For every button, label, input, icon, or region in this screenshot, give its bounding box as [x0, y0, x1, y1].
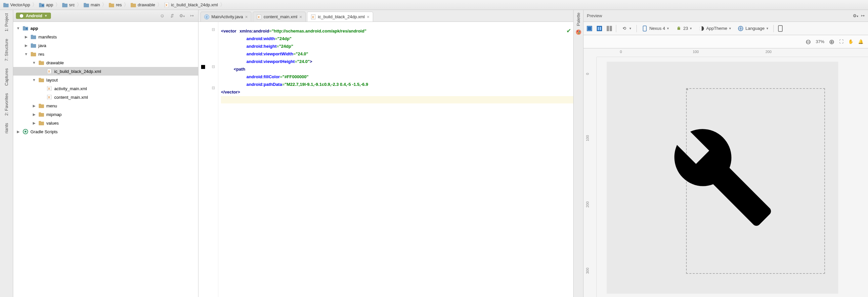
breadcrumb-item-res[interactable]: res [107, 2, 123, 7]
hide-panel-icon[interactable]: ↦ [861, 13, 865, 18]
tree-node-java[interactable]: ▶java [13, 41, 198, 50]
tree-node-manifests[interactable]: ▶manifests [13, 32, 198, 41]
pan-icon[interactable]: ✋ [848, 39, 854, 44]
tree-node-gradle[interactable]: ▶Gradle Scripts [13, 127, 198, 136]
tree-node-app[interactable]: ▼app [13, 24, 198, 32]
tool-structure[interactable]: 7: Structure [4, 37, 9, 62]
fold-handle-icon[interactable]: ⊟ [212, 27, 215, 32]
svg-rect-41 [39, 121, 41, 122]
breadcrumb-item-vectorapp[interactable]: VectorApp [2, 2, 31, 7]
scroll-from-source-icon[interactable]: ⊙ [158, 13, 166, 18]
device-frame-icon[interactable] [777, 25, 784, 32]
tool-captures[interactable]: Captures [4, 67, 9, 87]
theme-label: AppTheme [706, 26, 727, 31]
expand-arrow-icon[interactable]: ▶ [24, 35, 28, 39]
settings-gear-icon[interactable]: ⚙▾ [178, 13, 186, 18]
folder-icon [62, 3, 67, 7]
xml-file-icon: x [311, 14, 316, 20]
tree-node-res[interactable]: ▼res [13, 50, 198, 58]
svg-text:x: x [48, 86, 50, 91]
layout-both-icon[interactable] [606, 25, 613, 32]
svg-rect-19 [26, 28, 27, 29]
theme-selector[interactable]: AppTheme▼ [697, 25, 733, 32]
tree-node-mipmap[interactable]: ▶mipmap [13, 110, 198, 119]
collapse-all-icon[interactable]: ⇵ [168, 13, 176, 18]
expand-arrow-icon[interactable]: ▶ [16, 130, 21, 134]
zoom-fit-icon[interactable]: ⛶ [839, 39, 843, 44]
code-token: android:viewportWidth [246, 51, 293, 56]
svg-text:x: x [48, 95, 50, 100]
device-selector[interactable]: Nexus 4▼ [640, 25, 671, 32]
breadcrumb-item-app[interactable]: app [38, 2, 55, 7]
palette-tab[interactable]: Palette [576, 12, 581, 26]
svg-rect-10 [109, 3, 111, 4]
tree-node-activity-main[interactable]: ▶xactivity_main.xml [13, 84, 198, 93]
zoom-value: 37% [816, 39, 824, 44]
tree-node-values[interactable]: ▶values [13, 119, 198, 127]
expand-arrow-icon[interactable]: ▶ [32, 112, 36, 117]
fold-handle-icon[interactable]: ⊟ [212, 85, 215, 90]
svg-text:x: x [48, 69, 50, 74]
breadcrumb-item-file[interactable]: xic_build_black_24dp.xml [163, 2, 219, 7]
tool-project[interactable]: 1: Project [4, 12, 9, 33]
tab-content-main[interactable]: xcontent_main.xml× [253, 11, 306, 22]
tab-ic-build[interactable]: xic_build_black_24dp.xml× [307, 11, 373, 22]
breakpoint-icon[interactable] [201, 65, 205, 69]
close-icon[interactable]: × [299, 14, 302, 20]
chevron-right-icon: 〉 [76, 2, 82, 8]
tab-main-activity[interactable]: cMainActivity.java× [200, 11, 251, 22]
svg-point-51 [577, 30, 578, 32]
editor-body: ⊟ ⊟ ⊟ ✔<vector xmlns:android="http://sch… [198, 22, 573, 297]
breadcrumb-item-drawable[interactable]: drawable [129, 2, 156, 7]
notifications-icon[interactable]: 🔔 [858, 39, 863, 44]
layout-blueprint-icon[interactable] [586, 25, 593, 32]
expand-arrow-icon[interactable]: ▼ [32, 61, 36, 65]
chevron-down-icon: ▼ [44, 14, 48, 18]
expand-arrow-icon[interactable]: ▼ [24, 52, 28, 56]
tool-build-variants[interactable]: riants [4, 122, 9, 135]
fold-handle-icon[interactable]: ⊟ [212, 64, 215, 69]
code-token: "24.0" [298, 59, 310, 64]
svg-rect-27 [39, 61, 41, 62]
close-icon[interactable]: × [245, 14, 248, 20]
res-folder-icon [38, 60, 44, 65]
svg-rect-3 [39, 3, 41, 4]
layout-design-icon[interactable] [596, 25, 603, 32]
orientation-button[interactable]: ⟲▼ [620, 25, 633, 32]
java-file-icon: c [204, 14, 209, 20]
svg-rect-4 [42, 5, 44, 6]
breadcrumb-item-main[interactable]: main [82, 2, 101, 7]
device-label: Nexus 4 [649, 26, 665, 31]
tree-node-drawable[interactable]: ▼drawable [13, 58, 198, 67]
expand-arrow-icon[interactable]: ▶ [24, 44, 28, 48]
code-token: "M22.7,19l-9.1,-9.1c0.9,-2.3 0.4,-5 -1.5… [284, 82, 368, 87]
language-label: Language [745, 26, 765, 31]
code-editor[interactable]: ✔<vector xmlns:android="http://schemas.a… [218, 22, 573, 297]
expand-arrow-icon[interactable]: ▶ [32, 104, 36, 108]
project-view-selector[interactable]: Android ▼ [16, 12, 51, 19]
settings-gear-icon[interactable]: ⚙▾ [853, 13, 859, 18]
preview-canvas[interactable]: 0 100 200 0 100 200 300 [584, 48, 868, 297]
code-token: > [310, 59, 312, 64]
zoom-out-icon[interactable]: ⊖ [805, 38, 811, 46]
res-folder-icon [38, 103, 44, 108]
tree-node-ic-build[interactable]: ▶xic_build_black_24dp.xml [13, 67, 198, 76]
language-selector[interactable]: Language▼ [736, 25, 770, 32]
palette-strip: Palette [574, 10, 584, 297]
project-tree[interactable]: ▼app ▶manifests ▶java ▼res ▼drawable ▶xi… [13, 22, 198, 297]
tree-node-content-main[interactable]: ▶xcontent_main.xml [13, 93, 198, 102]
expand-arrow-icon[interactable]: ▶ [32, 121, 36, 125]
expand-arrow-icon[interactable]: ▼ [16, 26, 21, 30]
editor-gutter[interactable]: ⊟ ⊟ ⊟ [198, 22, 218, 297]
breadcrumb-item-src[interactable]: src [61, 2, 76, 7]
hide-panel-icon[interactable]: ↦ [188, 13, 195, 18]
res-folder-icon [38, 120, 44, 126]
close-icon[interactable]: × [367, 14, 370, 20]
code-token: android:fillColor [246, 74, 280, 79]
expand-arrow-icon[interactable]: ▼ [32, 78, 36, 82]
zoom-in-icon[interactable]: ⊕ [829, 38, 835, 46]
tree-node-layout[interactable]: ▼layout [13, 76, 198, 84]
tree-node-menu[interactable]: ▶menu [13, 102, 198, 110]
tool-favorites[interactable]: 2: Favorites [4, 92, 9, 117]
api-selector[interactable]: 23▼ [674, 25, 694, 32]
